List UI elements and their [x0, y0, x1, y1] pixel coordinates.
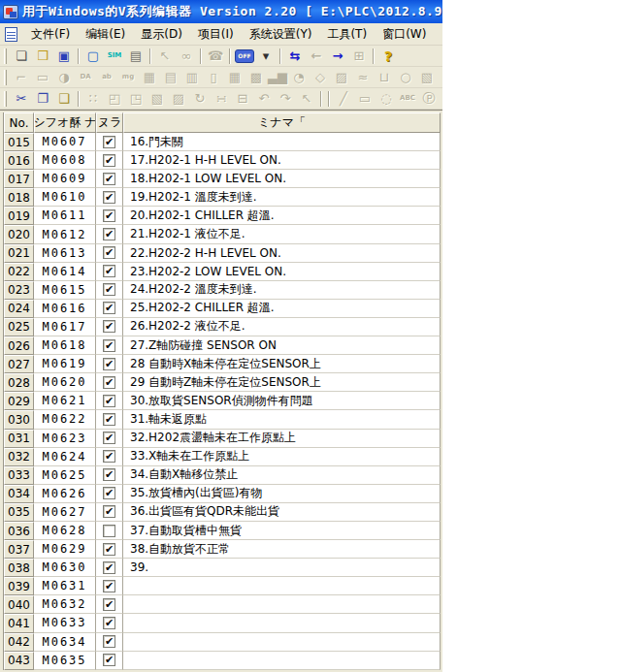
device-cell[interactable]: M0634	[34, 633, 96, 652]
row-number-cell[interactable]: 041	[4, 614, 34, 632]
help-icon[interactable]: ?	[377, 47, 399, 66]
checkbox-checked[interactable]: ✔	[103, 635, 115, 648]
row-number-cell[interactable]: 016	[4, 151, 34, 170]
menu-item-window[interactable]: 窗口(W)	[375, 25, 434, 44]
row-number-cell[interactable]: 018	[4, 188, 34, 207]
comment-cell[interactable]: 16.門未關	[123, 133, 441, 151]
comment-cell[interactable]	[123, 614, 441, 632]
new-file-icon[interactable]: ❏	[11, 47, 32, 66]
paste-icon[interactable]: ❑	[53, 89, 75, 109]
comment-cell[interactable]: 33.X軸未在工作原點上	[123, 448, 441, 466]
sync-arrows-icon[interactable]: ⇆	[284, 47, 306, 66]
row-number-cell[interactable]: 040	[4, 595, 34, 614]
menu-item-project[interactable]: 项目(I)	[190, 25, 242, 44]
device-cell[interactable]: M0621	[34, 392, 96, 410]
row-number-cell[interactable]: 015	[4, 133, 34, 151]
comment-cell[interactable]: 20.H202-1 CHILLER 超溫.	[123, 207, 441, 225]
row-number-cell[interactable]: 036	[4, 522, 34, 540]
row-number-cell[interactable]: 032	[4, 448, 34, 466]
device-cell[interactable]: M0623	[34, 430, 96, 448]
row-number-cell[interactable]: 021	[4, 244, 34, 263]
comment-cell[interactable]: 39.	[123, 559, 441, 577]
comment-cell[interactable]: 25.H202-2 CHILLER 超溫.	[123, 300, 441, 318]
checkbox-checked[interactable]: ✔	[103, 283, 115, 296]
checkbox-checked[interactable]: ✔	[103, 209, 115, 222]
comment-cell[interactable]: 24.H202-2 溫度未到達.	[123, 281, 441, 300]
device-cell[interactable]: M0614	[34, 263, 96, 281]
row-number-cell[interactable]: 030	[4, 410, 34, 429]
comment-cell[interactable]: 18.H202-1 LOW LEVEL ON.	[123, 170, 441, 188]
row-number-cell[interactable]: 023	[4, 281, 34, 300]
row-number-cell[interactable]: 042	[4, 633, 34, 652]
checkbox-checked[interactable]: ✔	[103, 376, 115, 389]
device-cell[interactable]: M0622	[34, 410, 96, 429]
comment-cell[interactable]: 29 自動時Z軸未停在定位SENSOR上	[123, 373, 441, 392]
forward-arrow-icon[interactable]: →	[327, 47, 348, 66]
row-number-cell[interactable]: 043	[4, 652, 34, 670]
checkbox-checked[interactable]: ✔	[103, 487, 115, 499]
comment-cell[interactable]	[123, 652, 441, 670]
device-cell[interactable]: M0619	[34, 355, 96, 373]
checkbox-checked[interactable]: ✔	[103, 339, 115, 352]
comment-cell[interactable]	[123, 595, 441, 614]
checkbox-checked[interactable]: ✔	[103, 413, 115, 426]
device-cell[interactable]: M0635	[34, 652, 96, 670]
checkbox-checked[interactable]: ✔	[103, 450, 115, 463]
comment-cell[interactable]: 26.H202-2 液位不足.	[123, 318, 441, 336]
dropdown-arrow-icon[interactable]: ▾	[255, 47, 277, 66]
checkbox-checked[interactable]: ✔	[103, 617, 115, 629]
open-folder-icon[interactable]: ❒	[32, 47, 53, 66]
row-number-cell[interactable]: 035	[4, 503, 34, 522]
menu-item-edit[interactable]: 编辑(E)	[78, 25, 133, 44]
comment-cell[interactable]: 19.H202-1 溫度未到達.	[123, 188, 441, 207]
row-number-cell[interactable]: 038	[4, 559, 34, 577]
checkbox-unchecked[interactable]	[103, 525, 115, 537]
comment-cell[interactable]: 22.H202-2 H-H LEVEL ON.	[123, 244, 441, 263]
off-button-icon[interactable]: OFF	[234, 47, 255, 66]
comment-cell[interactable]	[123, 577, 441, 595]
checkbox-checked[interactable]: ✔	[103, 191, 115, 204]
comment-cell[interactable]: 23.H202-2 LOW LEVEL ON.	[123, 263, 441, 281]
checkbox-checked[interactable]: ✔	[103, 228, 115, 240]
checkbox-checked[interactable]: ✔	[103, 395, 115, 407]
device-cell[interactable]: M0628	[34, 522, 96, 540]
comment-cell[interactable]: 30.放取貨SENSOR偵測物件有問題	[123, 392, 441, 410]
checkbox-checked[interactable]: ✔	[103, 654, 115, 666]
sim-icon[interactable]: SIM	[104, 47, 125, 66]
device-cell[interactable]: M0633	[34, 614, 96, 632]
comment-cell[interactable]: 21.H202-1 液位不足.	[123, 225, 441, 243]
copy-icon[interactable]: ❐	[32, 89, 53, 109]
row-number-cell[interactable]: 039	[4, 577, 34, 595]
device-cell[interactable]: M0624	[34, 448, 96, 466]
device-cell[interactable]: M0625	[34, 466, 96, 485]
device-cell[interactable]: M0618	[34, 336, 96, 355]
cut-icon[interactable]: ✂	[11, 89, 32, 109]
device-cell[interactable]: M0627	[34, 503, 96, 522]
row-number-cell[interactable]: 029	[4, 392, 34, 410]
row-number-cell[interactable]: 017	[4, 170, 34, 188]
checkbox-checked[interactable]: ✔	[103, 598, 115, 611]
comment-cell[interactable]: 32.H202震盪軸未在工作原點上	[123, 430, 441, 448]
document-icon[interactable]	[5, 27, 17, 42]
menu-item-system-settings[interactable]: 系统设置(Y)	[242, 25, 320, 44]
row-number-cell[interactable]: 031	[4, 430, 34, 448]
checkbox-checked[interactable]: ✔	[103, 136, 115, 148]
device-cell[interactable]: M0612	[34, 225, 96, 243]
download-monitor-icon[interactable]: ▢	[82, 47, 104, 66]
device-cell[interactable]: M0609	[34, 170, 96, 188]
menu-item-file[interactable]: 文件(F)	[23, 25, 78, 44]
checkbox-checked[interactable]: ✔	[103, 468, 115, 481]
menu-item-tools[interactable]: 工具(T)	[319, 25, 375, 44]
device-cell[interactable]: M0613	[34, 244, 96, 263]
row-number-cell[interactable]: 028	[4, 373, 34, 392]
device-cell[interactable]: M0626	[34, 485, 96, 503]
checkbox-checked[interactable]: ✔	[103, 580, 115, 592]
device-cell[interactable]: M0617	[34, 318, 96, 336]
menu-item-view[interactable]: 显示(D)	[133, 25, 190, 44]
comment-cell[interactable]: 31.軸未返原點	[123, 410, 441, 429]
device-cell[interactable]: M0631	[34, 577, 96, 595]
checkbox-checked[interactable]: ✔	[103, 320, 115, 333]
comment-cell[interactable]: 36.出貨區有貨QDR未能出貨	[123, 503, 441, 522]
checkbox-checked[interactable]: ✔	[103, 246, 115, 259]
row-number-cell[interactable]: 026	[4, 336, 34, 355]
